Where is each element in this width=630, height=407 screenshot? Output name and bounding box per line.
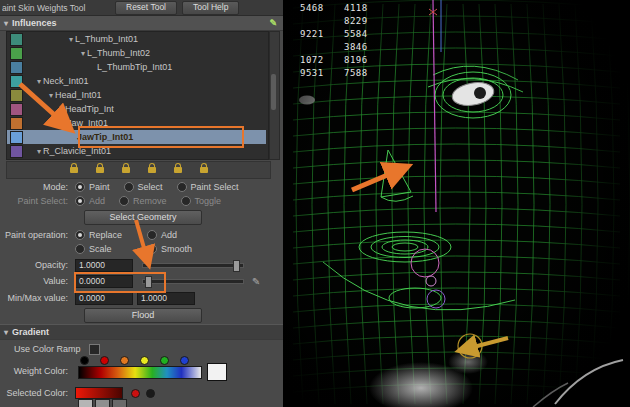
influence-row[interactable]: ▾ L_Thumb_Int02 — [7, 46, 266, 60]
influence-row[interactable]: ▾ Head_Int01 — [7, 88, 266, 102]
influences-scrollbar[interactable] — [269, 31, 280, 160]
flood-button[interactable]: Flood — [84, 308, 202, 323]
op-smooth-option[interactable]: Smooth — [147, 244, 192, 254]
influence-row[interactable]: ▾ Jaw_Int01 — [7, 116, 266, 130]
influence-color-swatch[interactable] — [10, 117, 23, 130]
viewport-3d[interactable]: 5468 4118 8229 9221 5584 3846 1072 8196 … — [283, 0, 630, 407]
lock-icon[interactable] — [148, 167, 156, 173]
paint-operation-row2: Scale Smooth — [0, 242, 206, 256]
gradient-section-header[interactable]: ▾ Gradient — [0, 324, 283, 340]
influences-header-label: Influences — [12, 18, 57, 28]
opacity-row: Opacity: 1.0000 — [0, 258, 244, 272]
influence-color-swatch[interactable] — [10, 89, 23, 102]
lock-icon[interactable] — [122, 167, 130, 173]
radio-icon[interactable] — [181, 196, 191, 206]
option-label: Scale — [89, 244, 112, 254]
influence-color-swatch[interactable] — [10, 47, 23, 60]
ramp-stop[interactable] — [160, 356, 169, 365]
paint-select-remove-option[interactable]: Remove — [119, 196, 167, 206]
mode-paint-select-option[interactable]: Paint Select — [177, 182, 239, 192]
radio-icon[interactable] — [75, 182, 85, 192]
expander-icon[interactable]: ▾ — [69, 35, 73, 44]
radio-icon[interactable] — [75, 230, 85, 240]
value-field[interactable]: 0.0000 — [75, 275, 133, 288]
selected-color-row: Selected Color: — [0, 386, 155, 400]
tool-help-button[interactable]: Tool Help — [182, 1, 239, 15]
paint-select-toggle-option[interactable]: Toggle — [181, 196, 222, 206]
minmax-label: Min/Max value: — [0, 293, 68, 303]
influence-row[interactable]: ▾ R_Clavicle_Int01 — [7, 144, 266, 158]
hud-number: 5584 — [344, 29, 368, 39]
eyedropper-icon[interactable]: ✎ — [252, 276, 260, 287]
expander-icon[interactable]: ▾ — [37, 147, 41, 156]
value-slider[interactable] — [142, 279, 244, 284]
opacity-slider[interactable] — [142, 263, 244, 268]
gray-swatch[interactable] — [95, 399, 110, 407]
influence-color-swatch[interactable] — [10, 103, 23, 116]
expander-icon[interactable]: ▾ — [61, 119, 65, 128]
value-row: Value: 0.0000 ✎ — [0, 274, 260, 288]
gray-swatch[interactable] — [112, 399, 127, 407]
weight-color-ramp[interactable] — [78, 366, 202, 379]
influence-color-swatch[interactable] — [10, 145, 23, 158]
influence-row[interactable]: ▾ L_Thumb_Int01 — [7, 32, 266, 46]
influence-row-selected[interactable]: JawTip_Int01 — [7, 130, 266, 144]
lock-icon[interactable] — [200, 167, 208, 173]
influence-color-swatch[interactable] — [10, 33, 23, 46]
radio-icon[interactable] — [124, 182, 134, 192]
color-stop[interactable] — [131, 389, 140, 398]
op-scale-option[interactable]: Scale — [75, 244, 133, 254]
influence-row[interactable]: ▾ Neck_Int01 — [7, 74, 266, 88]
lock-icon[interactable] — [70, 167, 78, 173]
op-add-option[interactable]: Add — [147, 230, 177, 240]
ramp-stop[interactable] — [80, 356, 89, 365]
influence-color-swatch[interactable] — [10, 75, 23, 88]
influences-list[interactable]: ▾ L_Thumb_Int01 ▾ L_Thumb_Int02 L_ThumbT… — [6, 31, 269, 160]
ramp-stop[interactable] — [100, 356, 109, 365]
expander-icon[interactable]: ▾ — [37, 77, 41, 86]
lock-icon[interactable] — [174, 167, 182, 173]
radio-icon[interactable] — [147, 244, 157, 254]
expander-icon[interactable]: ▾ — [81, 49, 85, 58]
opacity-field[interactable]: 1.0000 — [75, 259, 133, 272]
ramp-stop[interactable] — [180, 356, 189, 365]
influence-color-swatch[interactable] — [10, 61, 23, 74]
gray-swatch[interactable] — [78, 399, 93, 407]
influence-label: Head_Int01 — [55, 90, 102, 100]
influence-row[interactable]: L_ThumbTip_Int01 — [7, 60, 266, 74]
paint-select-add-option[interactable]: Add — [75, 196, 105, 206]
mode-row: Mode: Paint Select Paint Select — [0, 180, 253, 194]
reset-tool-button[interactable]: Reset Tool — [115, 1, 177, 15]
selected-color-bar[interactable] — [75, 387, 123, 399]
ramp-stop[interactable] — [140, 356, 149, 365]
max-value-field[interactable]: 1.0000 — [137, 292, 195, 305]
slider-handle[interactable] — [233, 260, 240, 272]
paint-skin-weights-window: aint Skin Weights Tool Reset Tool Tool H… — [0, 0, 630, 407]
expander-icon[interactable]: ▾ — [49, 91, 53, 100]
hud-number: 7588 — [344, 68, 368, 78]
mode-select-option[interactable]: Select — [124, 182, 163, 192]
hud-number: 3846 — [344, 42, 368, 52]
edit-pencil-icon[interactable]: ✎ — [269, 18, 277, 28]
select-geometry-button[interactable]: Select Geometry — [84, 210, 202, 225]
influence-row[interactable]: HeadTip_Int — [7, 102, 266, 116]
option-label: Replace — [89, 230, 122, 240]
lock-icon[interactable] — [96, 167, 104, 173]
radio-icon[interactable] — [147, 230, 157, 240]
slider-handle[interactable] — [145, 276, 152, 288]
radio-icon[interactable] — [177, 182, 187, 192]
gradient-header-label: Gradient — [12, 327, 49, 337]
ramp-stop[interactable] — [120, 356, 129, 365]
radio-icon[interactable] — [75, 196, 85, 206]
op-replace-option[interactable]: Replace — [75, 230, 133, 240]
influences-section-header[interactable]: ▾ Influences ✎ — [0, 16, 283, 31]
radio-icon[interactable] — [75, 244, 85, 254]
min-value-field[interactable]: 0.0000 — [75, 292, 133, 305]
color-stop[interactable] — [146, 389, 155, 398]
scrollbar-handle[interactable] — [271, 74, 276, 110]
radio-icon[interactable] — [119, 196, 129, 206]
use-color-ramp-checkbox[interactable] — [89, 344, 100, 355]
mode-paint-option[interactable]: Paint — [75, 182, 110, 192]
ramp-selected-color-swatch[interactable] — [207, 363, 227, 381]
influence-color-swatch[interactable] — [10, 131, 23, 144]
